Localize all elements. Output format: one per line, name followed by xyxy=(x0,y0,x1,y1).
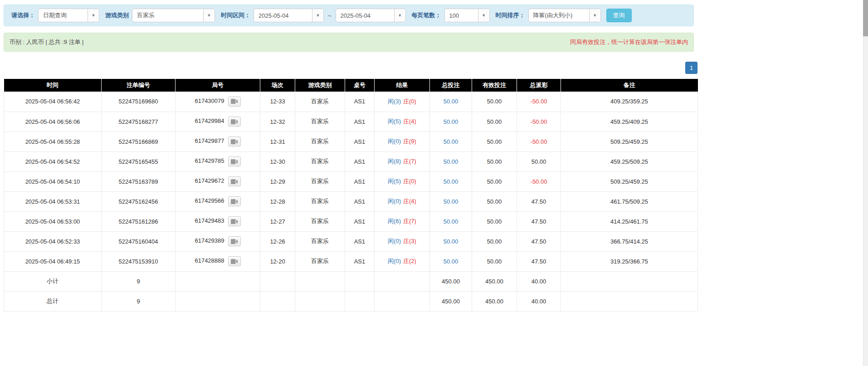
cell-total-bet: 50.00 xyxy=(430,171,472,191)
cell-bet-id: 522475160404 xyxy=(102,231,176,251)
cell-game: 百家乐 xyxy=(295,151,345,171)
round-number: 617430079 xyxy=(195,98,224,104)
records-body: 2025-05-04 06:56:42 522475169680 6174300… xyxy=(4,92,698,271)
video-replay-button[interactable] xyxy=(228,117,241,127)
cell-bet-id: 522475165455 xyxy=(102,151,176,171)
cell-remark: 366.75/414.25 xyxy=(561,231,698,251)
time-range-label: 时间区间： xyxy=(221,11,250,20)
table-row: 2025-05-04 06:52:33 522475160404 6174293… xyxy=(4,231,698,251)
vertical-scrollbar[interactable] xyxy=(863,0,868,366)
table-row: 2025-05-04 06:53:00 522475161286 6174294… xyxy=(4,211,698,231)
total-bet-link[interactable]: 50.00 xyxy=(444,238,458,245)
grand-total-count: 9 xyxy=(102,291,176,311)
per-page-value: 100 xyxy=(445,12,464,19)
subtotal-total-bet: 450.00 xyxy=(430,271,472,291)
cell-payout: 47.50 xyxy=(517,231,561,251)
query-type-select[interactable]: 日期查询 ▼ xyxy=(38,9,99,22)
cell-valid-bet: 50.00 xyxy=(472,112,517,132)
video-replay-button[interactable] xyxy=(228,236,241,246)
header-result: 结果 xyxy=(375,79,430,92)
header-valid-bet: 有效投注 xyxy=(472,79,517,92)
result-banker: 庄(7) xyxy=(403,158,416,165)
round-number: 617429785 xyxy=(195,157,224,164)
video-replay-button[interactable] xyxy=(228,216,241,226)
header-total-bet: 总投注 xyxy=(430,79,472,92)
header-session: 场次 xyxy=(260,79,295,92)
cell-table-no: AS1 xyxy=(345,151,375,171)
video-replay-button[interactable] xyxy=(228,176,241,186)
cell-valid-bet: 50.00 xyxy=(472,251,517,271)
video-replay-button[interactable] xyxy=(228,156,241,166)
video-replay-button[interactable] xyxy=(228,256,241,266)
cell-session: 12-31 xyxy=(260,132,295,151)
cell-time: 2025-05-04 06:56:06 xyxy=(4,112,102,132)
cell-bet-id: 522475163789 xyxy=(102,171,176,191)
per-page-select[interactable]: 100 ▼ xyxy=(444,9,490,22)
result-player: 闲(3) xyxy=(388,98,401,105)
subtotal-payout: 40.00 xyxy=(517,271,561,291)
video-replay-button[interactable] xyxy=(228,196,241,206)
total-bet-link[interactable]: 50.00 xyxy=(444,198,458,205)
total-bet-link[interactable]: 50.00 xyxy=(444,158,458,165)
total-bet-link[interactable]: 50.00 xyxy=(444,218,458,225)
cell-time: 2025-05-04 06:53:00 xyxy=(4,211,102,231)
cell-session: 12-33 xyxy=(260,92,295,112)
result-banker: 庄(9) xyxy=(403,138,416,145)
result-banker: 庄(4) xyxy=(403,198,416,205)
total-bet-link[interactable]: 50.00 xyxy=(444,258,458,265)
query-type-label: 请选择： xyxy=(11,11,35,20)
cell-bet-id: 522475153910 xyxy=(102,251,176,271)
total-bet-link[interactable]: 50.00 xyxy=(444,138,458,145)
cell-valid-bet: 50.00 xyxy=(472,171,517,191)
round-number: 617429672 xyxy=(195,177,224,184)
cell-total-bet: 50.00 xyxy=(430,92,472,112)
query-button[interactable]: 查询 xyxy=(606,9,632,22)
game-category-select[interactable]: 百家乐 ▼ xyxy=(132,9,215,22)
cell-round: 617430079 xyxy=(176,92,260,112)
cell-valid-bet: 50.00 xyxy=(472,191,517,211)
game-category-label: 游戏类别 xyxy=(105,11,129,20)
cell-time: 2025-05-04 06:56:42 xyxy=(4,92,102,112)
time-sort-value: 降冪(由大到小) xyxy=(529,11,577,20)
cell-remark: 461.75/509.25 xyxy=(561,191,698,211)
cell-valid-bet: 50.00 xyxy=(472,132,517,151)
cell-total-bet: 50.00 xyxy=(430,231,472,251)
cell-result: 闲(8)庄(7) xyxy=(375,151,430,171)
cell-total-bet: 50.00 xyxy=(430,112,472,132)
info-bar: 币别 : 人民币 | 总共 :9 注单 | 同局有效投注，统一计算在该局第一张注… xyxy=(4,33,694,52)
cell-total-bet: 50.00 xyxy=(430,132,472,151)
cell-game: 百家乐 xyxy=(295,251,345,271)
cell-round: 617429672 xyxy=(176,171,260,191)
result-banker: 庄(2) xyxy=(403,258,416,264)
date-from-value: 2025-05-04 xyxy=(254,12,293,19)
total-bet-link[interactable]: 50.00 xyxy=(444,178,458,185)
result-player: 闲(0) xyxy=(388,238,401,244)
pagination: 1 xyxy=(4,62,697,74)
summary-body: 小计 9 450.00 450.00 40.00 总计 9 450.00 450… xyxy=(4,271,698,311)
cell-total-bet: 50.00 xyxy=(430,211,472,231)
video-replay-button[interactable] xyxy=(228,137,241,146)
subtotal-count: 9 xyxy=(102,271,176,291)
cell-time: 2025-05-04 06:49:15 xyxy=(4,251,102,271)
cell-bet-id: 522475161286 xyxy=(102,211,176,231)
cell-bet-id: 522475162456 xyxy=(102,191,176,211)
cell-table-no: AS1 xyxy=(345,211,375,231)
page-1-button[interactable]: 1 xyxy=(685,62,697,74)
total-bet-link[interactable]: 50.00 xyxy=(444,118,458,125)
time-sort-select[interactable]: 降冪(由大到小) ▼ xyxy=(528,9,601,22)
cell-game: 百家乐 xyxy=(295,132,345,151)
header-remark: 备注 xyxy=(561,79,698,92)
total-bet-link[interactable]: 50.00 xyxy=(444,98,458,105)
cell-bet-id: 522475168277 xyxy=(102,112,176,132)
result-player: 闲(5) xyxy=(388,178,401,185)
chevron-down-icon: ▼ xyxy=(478,9,489,22)
cell-session: 12-26 xyxy=(260,231,295,251)
video-replay-button[interactable] xyxy=(228,97,241,107)
scrollbar-thumb[interactable] xyxy=(863,0,868,36)
result-player: 闲(6) xyxy=(388,218,401,224)
date-from-select[interactable]: 2025-05-04 ▼ xyxy=(254,9,324,22)
cell-session: 12-30 xyxy=(260,151,295,171)
chevron-down-icon: ▼ xyxy=(589,9,600,22)
date-to-select[interactable]: 2025-05-04 ▼ xyxy=(336,9,406,22)
cell-table-no: AS1 xyxy=(345,251,375,271)
